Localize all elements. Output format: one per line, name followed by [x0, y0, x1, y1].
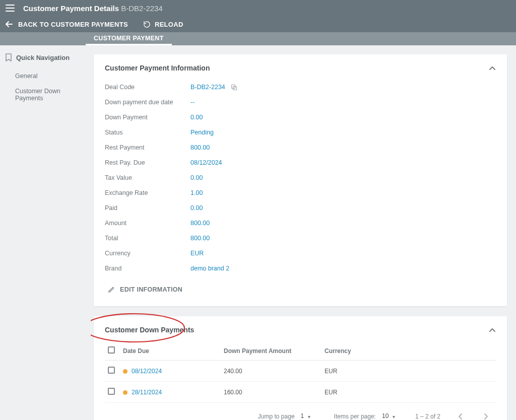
page-title-suffix: B-DB2-2234: [121, 4, 163, 13]
cell-amount: 240.00: [221, 361, 321, 382]
caret-down-icon: ▾: [308, 414, 310, 419]
table-row: 28/11/2024 160.00 EUR: [105, 382, 496, 403]
bookmark-icon: [5, 53, 12, 61]
cell-currency: EUR: [321, 361, 496, 382]
collapse-button[interactable]: [489, 325, 496, 334]
select-all-checkbox[interactable]: [108, 346, 115, 354]
cdp-card-header: Customer Down Payments: [105, 325, 496, 334]
value-status: Pending: [190, 129, 214, 136]
menu-icon[interactable]: [3, 1, 17, 15]
col-currency[interactable]: Currency: [321, 341, 496, 361]
chevron-left-icon: [458, 413, 463, 420]
jump-value: 1: [301, 412, 304, 419]
edit-info-button[interactable]: EDIT INFORMATION: [105, 284, 185, 295]
col-date-due[interactable]: Date Due: [120, 341, 221, 361]
label-deal-code: Deal Code: [105, 84, 190, 91]
label-down-due: Down payment due date: [105, 99, 190, 106]
arrow-left-icon: [5, 21, 13, 28]
label-brand: Brand: [105, 265, 190, 272]
page-title: Customer Payment Details B-DB2-2234: [23, 4, 163, 13]
ipp-label: Items per page:: [334, 413, 376, 420]
value-deal-code: B-DB2-2234: [190, 84, 225, 91]
value-rest-payment: 800.00: [190, 144, 210, 151]
ipp-value: 10: [382, 412, 389, 419]
status-dot-icon: [123, 390, 127, 395]
items-per-page-select[interactable]: 10 ▾: [381, 412, 402, 421]
value-down-payment: 0.00: [190, 114, 203, 121]
tab-customer-payment[interactable]: CUSTOMER PAYMENT: [86, 32, 172, 45]
chevron-up-icon: [489, 65, 496, 71]
date-link[interactable]: 08/12/2024: [132, 368, 162, 375]
copy-icon: [230, 84, 238, 91]
label-status: Status: [105, 129, 190, 136]
reload-button[interactable]: RELOAD: [143, 21, 183, 28]
cdp-table: Date Due Down Payment Amount Currency 08…: [105, 341, 496, 403]
value-total: 800.00: [190, 235, 210, 242]
caret-down-icon: ▾: [393, 414, 395, 419]
title-bar: Customer Payment Details B-DB2-2234: [0, 0, 516, 16]
range-label: 1 – 2 of 2: [415, 413, 440, 420]
value-down-due: --: [190, 99, 195, 106]
chevron-up-icon: [489, 327, 496, 332]
copy-button[interactable]: [230, 84, 238, 91]
label-amount: Amount: [105, 220, 190, 227]
body: Quick Navigation General Customer Down P…: [0, 45, 516, 420]
back-button[interactable]: BACK TO CUSTOMER PAYMENTS: [5, 21, 128, 28]
label-tax: Tax Value: [105, 174, 190, 181]
chevron-right-icon: [484, 413, 489, 420]
label-exch: Exchange Rate: [105, 189, 190, 196]
cdp-card-title: Customer Down Payments: [105, 326, 194, 334]
action-bar: BACK TO CUSTOMER PAYMENTS RELOAD: [0, 16, 516, 32]
jump-page-select[interactable]: 1 ▾: [300, 412, 321, 421]
table-row: 08/12/2024 240.00 EUR: [105, 361, 496, 382]
back-label: BACK TO CUSTOMER PAYMENTS: [18, 21, 128, 28]
cdp-card: Customer Down Payments Date Due Down Pay…: [94, 316, 507, 420]
value-brand: demo brand 2: [190, 265, 229, 272]
tab-label: CUSTOMER PAYMENT: [94, 35, 164, 42]
info-card: Customer Payment Information Deal Code B…: [94, 54, 507, 306]
main-content: Customer Payment Information Deal Code B…: [91, 45, 516, 420]
value-exch: 1.00: [190, 189, 203, 196]
info-card-title: Customer Payment Information: [105, 64, 210, 72]
info-card-header: Customer Payment Information: [105, 63, 496, 73]
collapse-button[interactable]: [489, 63, 496, 73]
sidebar-item-general[interactable]: General: [5, 68, 86, 84]
label-paid: Paid: [105, 204, 190, 212]
page-title-main: Customer Payment Details: [23, 4, 119, 13]
cell-currency: EUR: [321, 382, 496, 403]
label-currency: Currency: [105, 250, 190, 257]
quick-nav-title: Quick Navigation: [16, 54, 70, 61]
value-currency: EUR: [190, 250, 204, 257]
top-bar: Customer Payment Details B-DB2-2234 BACK…: [0, 0, 516, 45]
reload-label: RELOAD: [155, 21, 183, 28]
sidebar-item-cust-down-payments[interactable]: Customer Down Payments: [5, 84, 86, 106]
value-tax: 0.00: [190, 174, 203, 181]
status-dot-icon: [123, 369, 127, 374]
sidebar: Quick Navigation General Customer Down P…: [0, 45, 91, 420]
label-total: Total: [105, 235, 190, 242]
row-checkbox[interactable]: [108, 388, 115, 395]
pager: Jump to page 1 ▾ Items per page: 10 ▾: [105, 403, 496, 420]
cell-amount: 160.00: [221, 382, 321, 403]
app-root: Customer Payment Details B-DB2-2234 BACK…: [0, 0, 516, 420]
edit-info-label: EDIT INFORMATION: [120, 286, 182, 293]
value-amount: 800.00: [190, 220, 210, 227]
label-rest-payment: Rest Payment: [105, 144, 190, 151]
quick-nav-header: Quick Navigation: [5, 53, 86, 61]
col-dp-amount[interactable]: Down Payment Amount: [221, 341, 321, 361]
row-checkbox[interactable]: [108, 367, 115, 374]
prev-page-button[interactable]: [454, 410, 467, 420]
tab-bar: CUSTOMER PAYMENT: [0, 32, 516, 45]
reload-icon: [143, 21, 151, 28]
next-page-button[interactable]: [480, 410, 493, 420]
label-down-payment: Down Payment: [105, 114, 190, 121]
date-link[interactable]: 28/11/2024: [132, 389, 162, 396]
jump-label: Jump to page: [258, 413, 295, 420]
value-rest-due: 08/12/2024: [190, 159, 222, 166]
pencil-icon: [108, 286, 115, 293]
value-paid: 0.00: [190, 204, 203, 212]
label-rest-due: Rest Pay. Due: [105, 159, 190, 166]
